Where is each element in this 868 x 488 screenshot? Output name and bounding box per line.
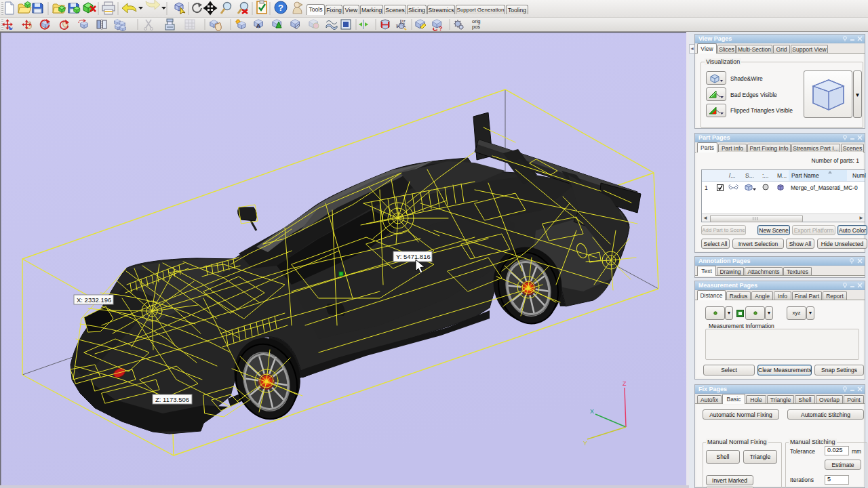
svg-text:Z: 1173.506: Z: 1173.506 [155, 396, 189, 403]
svg-text:?: ? [278, 3, 283, 13]
svg-text:X: X [590, 408, 594, 415]
svg-text:A: A [256, 22, 261, 29]
svg-text:Z: Z [623, 380, 627, 387]
svg-text:Y: Y [583, 440, 587, 447]
svg-text:pos: pos [472, 24, 480, 30]
svg-text:Y: 5471.816: Y: 5471.816 [396, 253, 431, 260]
svg-text:?: ? [439, 25, 443, 31]
svg-text:y: y [396, 23, 398, 27]
svg-text:X: 2332.196: X: 2332.196 [77, 296, 111, 304]
